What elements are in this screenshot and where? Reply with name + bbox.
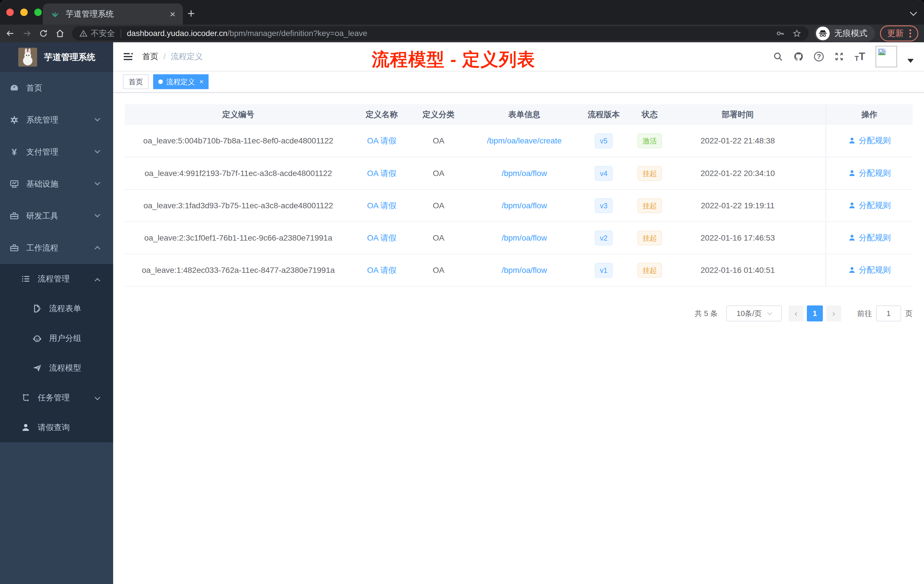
search-icon[interactable]	[773, 51, 783, 62]
main-content: 流程模型 - 定义列表 首页 / 流程定义 ?	[113, 42, 924, 584]
col-actions: 操作	[826, 104, 912, 125]
browser-menu-icon[interactable]	[909, 30, 911, 38]
page-number-1[interactable]: 1	[807, 305, 823, 322]
sidebar-logo[interactable]: 芋道管理系统	[0, 42, 113, 72]
cell-category: OA	[411, 222, 466, 254]
tag-process-definition[interactable]: 流程定义 ×	[153, 74, 209, 89]
sidebar-item-process-management[interactable]: 流程管理	[0, 264, 113, 294]
fullscreen-icon[interactable]	[834, 51, 844, 62]
assign-rule-link[interactable]: 分配规则	[848, 200, 891, 211]
definition-name-link[interactable]: OA 请假	[367, 266, 396, 275]
font-size-icon[interactable]: TT	[855, 51, 865, 63]
user-icon	[21, 422, 31, 432]
paper-plane-icon	[32, 363, 42, 373]
cell-category: OA	[411, 125, 466, 157]
incognito-label: 无痕模式	[834, 28, 868, 39]
yen-icon: ¥	[9, 147, 20, 157]
sidebar-item-leave-query[interactable]: 请假查询	[0, 412, 113, 442]
form-link[interactable]: /bpm/oa/flow	[502, 233, 547, 242]
tags-view: 首页 流程定义 ×	[113, 71, 924, 92]
new-tab-button[interactable]: +	[187, 6, 195, 21]
assign-rule-link[interactable]: 分配规则	[848, 232, 891, 243]
definition-name-link[interactable]: OA 请假	[367, 201, 396, 210]
cell-definition-id: oa_leave:5:004b710b-7b8a-11ec-8ef0-acde4…	[125, 125, 352, 157]
bookmark-star-icon[interactable]	[792, 29, 801, 38]
chevron-down-icon	[94, 212, 100, 218]
next-page-button[interactable]: ›	[826, 305, 841, 322]
user-icon	[848, 137, 856, 145]
cell-deploy-time: 2022-01-16 01:40:51	[675, 254, 800, 286]
form-link[interactable]: /bpm/oa/flow	[502, 201, 547, 210]
form-link[interactable]: /bpm/oa/flow	[502, 169, 547, 178]
col-definition-id: 定义编号	[125, 104, 352, 125]
password-key-icon[interactable]	[776, 29, 785, 38]
user-icon	[848, 201, 856, 210]
form-link[interactable]: /bpm/oa/leave/create	[487, 136, 562, 145]
header-actions: ? TT	[773, 46, 924, 68]
sidebar-item-dev-tools[interactable]: 研发工具	[0, 200, 113, 232]
close-window-button[interactable]	[6, 8, 14, 16]
sidebar-item-task-management[interactable]: 任务管理	[0, 383, 113, 412]
sidebar-fold-icon[interactable]	[122, 51, 134, 62]
cell-category: OA	[411, 254, 466, 286]
address-bar[interactable]: 不安全 dashboard.yudao.iocoder.cn/bpm/manag…	[72, 26, 808, 41]
assign-rule-link[interactable]: 分配规则	[848, 135, 891, 146]
table-row: oa_leave:5:004b710b-7b8a-11ec-8ef0-acde4…	[125, 125, 912, 157]
sidebar-item-system[interactable]: 系统管理	[0, 104, 113, 136]
page-size-select[interactable]: 10条/页	[726, 305, 782, 322]
tag-home[interactable]: 首页	[123, 74, 148, 89]
col-filler	[800, 104, 826, 125]
avatar-caret-icon[interactable]	[908, 59, 914, 63]
sidebar-item-process-model[interactable]: 流程模型	[0, 353, 113, 383]
security-label[interactable]: 不安全	[91, 28, 115, 39]
sidebar-item-workflow[interactable]: 工作流程	[0, 232, 113, 264]
cell-category: OA	[411, 157, 466, 190]
form-edit-icon	[32, 304, 42, 314]
definition-name-link[interactable]: OA 请假	[367, 136, 396, 145]
tag-close-icon[interactable]: ×	[200, 78, 203, 86]
sidebar-item-process-form[interactable]: 流程表单	[0, 294, 113, 323]
breadcrumb-current: 流程定义	[171, 51, 203, 62]
github-icon[interactable]	[794, 51, 804, 62]
assign-rule-link[interactable]: 分配规则	[848, 168, 891, 178]
tab-close-icon[interactable]: ×	[170, 9, 175, 19]
help-icon[interactable]: ?	[814, 52, 824, 61]
sidebar-item-infrastructure[interactable]: 基础设施	[0, 168, 113, 200]
form-link[interactable]: /bpm/oa/flow	[502, 266, 547, 275]
forward-button[interactable]	[21, 27, 33, 40]
cell-category: OA	[411, 190, 466, 222]
incognito-spy-icon	[816, 26, 830, 40]
minimize-window-button[interactable]	[20, 8, 28, 16]
page-unit-label: 页	[905, 308, 912, 318]
chrome-update-button[interactable]: 更新	[880, 25, 918, 41]
prev-page-button[interactable]: ‹	[789, 305, 804, 322]
zoom-window-button[interactable]	[34, 8, 42, 16]
back-button[interactable]	[4, 27, 16, 40]
col-definition-category: 定义分类	[411, 104, 466, 125]
incognito-badge: 无痕模式	[814, 25, 875, 42]
url-path: /bpm/manager/definition?key=oa_leave	[228, 29, 368, 38]
cell-definition-id: oa_leave:3:1fad3d93-7b75-11ec-a3c8-acde4…	[125, 190, 352, 222]
definition-name-link[interactable]: OA 请假	[367, 169, 396, 178]
col-deploy-time: 部署时间	[675, 104, 800, 125]
avatar[interactable]	[875, 46, 897, 68]
tab-search-chevron-icon[interactable]	[910, 8, 917, 16]
status-badge: 挂起	[637, 231, 662, 246]
user-icon	[848, 234, 856, 242]
browser-tab[interactable]: 芋道管理系统 ×	[43, 3, 183, 25]
col-process-version: 流程版本	[583, 104, 625, 125]
sidebar-item-home[interactable]: 首页	[0, 72, 113, 104]
assign-rule-link[interactable]: 分配规则	[848, 265, 891, 276]
sidebar-item-payment[interactable]: ¥ 支付管理	[0, 136, 113, 168]
reload-button[interactable]	[37, 27, 50, 40]
definition-name-link[interactable]: OA 请假	[367, 233, 396, 242]
version-badge: v2	[595, 231, 612, 246]
cell-definition-id: oa_leave:4:991f2193-7b7f-11ec-a3c8-acde4…	[125, 157, 352, 190]
security-warning-icon[interactable]	[79, 30, 87, 38]
home-button[interactable]	[54, 27, 66, 40]
breadcrumb-home[interactable]: 首页	[142, 51, 158, 62]
chevron-down-icon	[767, 310, 772, 315]
goto-page-input[interactable]	[876, 305, 901, 322]
sidebar-item-user-group[interactable]: 用户分组	[0, 323, 113, 353]
cell-deploy-time: 2022-01-22 21:48:38	[675, 125, 800, 157]
